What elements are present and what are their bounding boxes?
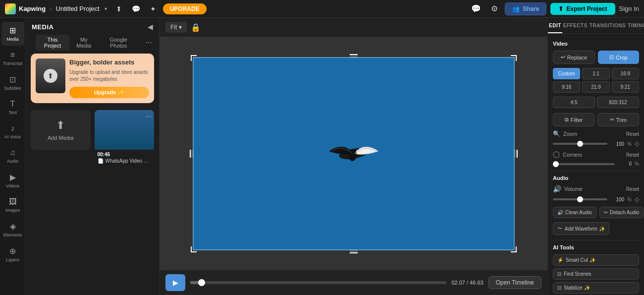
handle-middleright[interactable] bbox=[514, 150, 518, 158]
media-more-button[interactable]: ··· bbox=[146, 112, 152, 121]
upgrade-card-title: Bigger, bolder assets bbox=[69, 59, 149, 67]
trim-button[interactable]: ✂ Trim bbox=[597, 113, 639, 126]
find-scenes-button[interactable]: ⊡ Find Scenes bbox=[553, 268, 639, 280]
volume-keyframe-icon[interactable]: ◇ bbox=[635, 196, 639, 203]
detach-audio-icon: ✂ bbox=[604, 210, 608, 215]
zoom-slider[interactable] bbox=[553, 143, 607, 145]
ratio-21-9[interactable]: 21:9 bbox=[582, 81, 609, 93]
sidebar-item-aivoice[interactable]: ♪ AI Voice bbox=[1, 120, 24, 143]
settings-button[interactable]: ⚙ bbox=[488, 2, 501, 15]
add-waveform-button[interactable]: 〜 Add Waveform ✨ bbox=[553, 222, 609, 235]
open-timeline-button[interactable]: Open Timeline bbox=[488, 276, 541, 289]
tab-effects[interactable]: EFFECTS bbox=[562, 18, 589, 33]
ratio-custom[interactable]: Custom bbox=[553, 68, 580, 79]
upgrade-button[interactable]: UPGRADE bbox=[163, 3, 207, 14]
media-thumbnail[interactable]: 00:46 📄 WhatsApp Video 20... ··· bbox=[95, 110, 155, 166]
ratio-16-9[interactable]: 16:9 bbox=[612, 68, 639, 79]
share-button[interactable]: 👥 Share bbox=[505, 2, 546, 15]
sidebar-item-images[interactable]: 🖼 Images bbox=[1, 193, 24, 217]
more-options-button[interactable]: ··· bbox=[144, 38, 154, 47]
magic-button[interactable]: ✦ bbox=[147, 3, 159, 15]
handle-topright[interactable] bbox=[511, 55, 517, 61]
clean-audio-button[interactable]: 🔊 Clean Audio bbox=[553, 207, 596, 218]
crop-button[interactable]: ⊡ Crop bbox=[598, 51, 639, 64]
tab-this-project[interactable]: This Project bbox=[36, 35, 69, 51]
media-panel: MEDIA ◀ This Project My Media Google Pho… bbox=[26, 18, 160, 295]
corners-row: Corners Reset bbox=[553, 151, 639, 158]
canvas-controls: ▶ 02.07 / 46.63 Open Timeline bbox=[160, 270, 547, 295]
play-button[interactable]: ▶ bbox=[165, 274, 185, 291]
tab-my-media[interactable]: My Media bbox=[69, 35, 99, 51]
sidebar: ⊞ Media ≡ Transcript ⊡ Subtitles T Text … bbox=[0, 18, 26, 295]
export-button[interactable]: ⬆ Export Project bbox=[550, 3, 615, 15]
ratio-820-312[interactable]: 820:312 bbox=[597, 97, 639, 108]
trim-icon: ✂ bbox=[610, 117, 614, 123]
media-panel-header: MEDIA ◀ bbox=[26, 18, 159, 35]
sidebar-item-layers[interactable]: ⊕ Layers bbox=[1, 242, 24, 266]
ratio-9-21[interactable]: 9:21 bbox=[612, 81, 639, 93]
volume-slider[interactable] bbox=[553, 198, 607, 200]
sidebar-item-media[interactable]: ⊞ Media bbox=[1, 22, 24, 46]
tab-google-photos[interactable]: Google Photos bbox=[99, 35, 139, 51]
handle-bottomleft[interactable] bbox=[191, 246, 197, 252]
video-file-icon: 📄 bbox=[98, 158, 104, 164]
right-panel: EDIT EFFECTS TRANSITIONS TIMING Video ↩ … bbox=[547, 18, 644, 295]
comments-button[interactable]: 💬 bbox=[129, 3, 143, 15]
detach-audio-button[interactable]: ✂ Detach Audio bbox=[599, 207, 644, 218]
ratio-1-1[interactable]: 1:1 bbox=[582, 68, 609, 79]
media-panel-title: MEDIA bbox=[32, 23, 54, 31]
volume-reset-button[interactable]: Reset bbox=[626, 186, 639, 192]
topbar: Kapwing › Untitled Project ▾ ⬆ 💬 ✦ UPGRA… bbox=[0, 0, 644, 18]
lock-button[interactable]: 🔒 bbox=[191, 23, 201, 32]
handle-middleleft[interactable] bbox=[190, 150, 194, 158]
replace-crop-row: ↩ Replace ⊡ Crop bbox=[553, 51, 639, 64]
handle-topmiddle[interactable] bbox=[350, 54, 358, 58]
canvas-viewport[interactable] bbox=[160, 37, 547, 270]
canvas-toolbar: Fit ▾ 🔒 bbox=[160, 18, 547, 37]
timeline-bar[interactable] bbox=[190, 281, 446, 284]
ratio-4-5[interactable]: 4:5 bbox=[553, 97, 595, 108]
zoom-slider-row: 100 % ◇ bbox=[553, 140, 639, 147]
sidebar-item-audio[interactable]: ♫ Audio bbox=[1, 144, 24, 168]
upgrade-card-content: Bigger, bolder assets Upgrade to upload … bbox=[69, 59, 149, 98]
sidebar-item-elements[interactable]: ◈ Elements bbox=[1, 218, 24, 241]
media-grid: ⬆ Add Media 00:46 📄 WhatsApp Video 20...… bbox=[26, 106, 159, 170]
main-layout: ⊞ Media ≡ Transcript ⊡ Subtitles T Text … bbox=[0, 18, 644, 295]
add-media-label: Add Media bbox=[48, 135, 74, 141]
handle-bottomright[interactable] bbox=[511, 246, 517, 252]
sidebar-item-transcript[interactable]: ≡ Transcript bbox=[1, 47, 24, 70]
sidebar-item-videos[interactable]: ▶ Videos bbox=[1, 169, 24, 192]
video-duration: 00:46 bbox=[98, 152, 152, 157]
tab-edit[interactable]: EDIT bbox=[548, 18, 562, 33]
zoom-keyframe-icon[interactable]: ◇ bbox=[635, 140, 639, 147]
zoom-reset-button[interactable]: Reset bbox=[626, 131, 639, 137]
video-name: WhatsApp Video 20... bbox=[106, 158, 152, 164]
add-media-button[interactable]: ⬆ Add Media bbox=[31, 110, 91, 150]
chevron-down-icon[interactable]: ▾ bbox=[105, 6, 107, 11]
signin-button[interactable]: Sign In bbox=[619, 5, 639, 12]
replace-button[interactable]: ↩ Replace bbox=[553, 51, 595, 64]
sidebar-item-subtitles[interactable]: ⊡ Subtitles bbox=[1, 71, 24, 95]
upload-button[interactable]: ⬆ bbox=[113, 3, 125, 15]
speech-button[interactable]: 💬 bbox=[468, 2, 484, 15]
corners-reset-button[interactable]: Reset bbox=[626, 152, 639, 158]
filter-button[interactable]: ⧉ Filter bbox=[553, 113, 594, 126]
ratio-9-16[interactable]: 9:16 bbox=[553, 81, 580, 93]
tab-transitions[interactable]: TRANSITIONS bbox=[589, 18, 627, 33]
project-name[interactable]: Untitled Project bbox=[56, 5, 100, 12]
tab-timing[interactable]: TIMING bbox=[627, 18, 644, 33]
fit-label: Fit bbox=[170, 24, 177, 31]
handle-topleft[interactable] bbox=[191, 55, 197, 61]
upgrade-card-button[interactable]: Upgrade ✨ bbox=[69, 87, 149, 98]
corners-slider[interactable] bbox=[553, 163, 615, 165]
handle-bottommiddle[interactable] bbox=[350, 249, 358, 253]
corners-unit: % bbox=[635, 161, 639, 167]
find-scenes-icon: ⊡ bbox=[557, 271, 561, 277]
timeline-thumb[interactable] bbox=[198, 279, 205, 286]
smart-cut-button[interactable]: ⚡ Smart Cut ✨ bbox=[553, 254, 639, 266]
sidebar-item-text[interactable]: T Text bbox=[1, 96, 24, 119]
volume-value: 100 bbox=[610, 197, 624, 202]
stabilize-button[interactable]: ⊡ Stabilize ✨ bbox=[553, 282, 639, 294]
panel-collapse-button[interactable]: ◀ bbox=[148, 23, 153, 31]
fit-button[interactable]: Fit ▾ bbox=[165, 22, 187, 33]
